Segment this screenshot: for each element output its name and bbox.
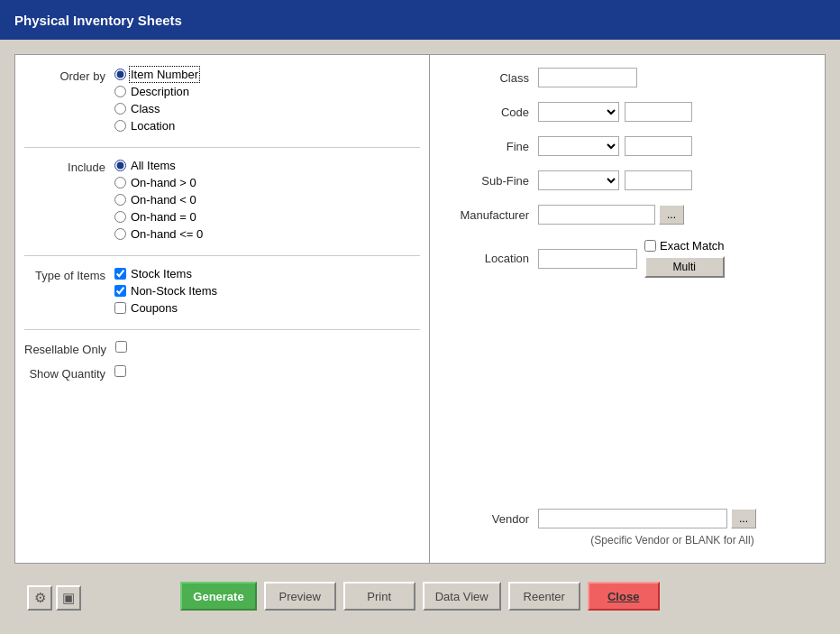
order-by-section: Order by Item Number Description bbox=[24, 68, 420, 148]
preview-button[interactable]: Preview bbox=[264, 582, 336, 611]
cb-coupons-input[interactable] bbox=[114, 302, 126, 314]
sub-fine-label: Sub-Fine bbox=[448, 174, 538, 188]
radio-location-label: Location bbox=[131, 119, 175, 133]
print-button[interactable]: Print bbox=[343, 582, 415, 611]
order-by-group: Item Number Description Class bbox=[114, 68, 198, 133]
cb-resellable-only-input[interactable] bbox=[115, 341, 127, 353]
code-label: Code bbox=[448, 106, 538, 119]
radio-onhand-lte0-label: On-hand <= 0 bbox=[131, 227, 203, 241]
main-panel: Order by Item Number Description bbox=[14, 54, 826, 564]
content-area: Order by Item Number Description bbox=[0, 40, 840, 634]
vendor-label: Vendor bbox=[448, 512, 538, 526]
cb-nonstock-items[interactable]: Non-Stock Items bbox=[114, 284, 217, 298]
vendor-browse-button[interactable]: ... bbox=[731, 509, 756, 528]
radio-onhand-gt0-label: On-hand > 0 bbox=[131, 176, 196, 189]
left-panel: Order by Item Number Description bbox=[15, 55, 430, 563]
multi-button[interactable]: Multi bbox=[644, 256, 725, 278]
cb-stock-items[interactable]: Stock Items bbox=[114, 267, 217, 280]
manufacturer-input[interactable] bbox=[538, 205, 655, 225]
show-quantity-row: Show Quantity bbox=[24, 365, 420, 381]
generate-button[interactable]: Generate bbox=[180, 582, 256, 611]
type-of-items-section: Type of Items Stock Items Non-Stock Item… bbox=[24, 267, 420, 330]
icon-buttons: ⚙ ▣ bbox=[27, 585, 81, 611]
radio-class[interactable]: Class bbox=[114, 102, 198, 115]
spacer bbox=[448, 292, 807, 500]
radio-item-number-input[interactable] bbox=[114, 69, 126, 80]
cb-nonstock-items-input[interactable] bbox=[114, 285, 126, 297]
radio-all-items[interactable]: All Items bbox=[114, 159, 203, 172]
main-window: Physical Inventory Sheets Order by Item … bbox=[0, 0, 840, 634]
resellable-only-row: Resellable Only bbox=[24, 341, 420, 356]
location-label: Location bbox=[448, 252, 538, 265]
vendor-row: Vendor ... bbox=[448, 509, 807, 528]
layout-button[interactable]: ▣ bbox=[56, 585, 81, 611]
exact-match-checkbox[interactable] bbox=[644, 240, 656, 252]
radio-description-input[interactable] bbox=[114, 86, 126, 97]
order-by-label: Order by bbox=[24, 68, 114, 83]
radio-item-number-label: Item Number bbox=[131, 68, 198, 81]
title-bar: Physical Inventory Sheets bbox=[0, 0, 840, 40]
radio-all-items-input[interactable] bbox=[114, 160, 126, 171]
radio-location[interactable]: Location bbox=[114, 119, 198, 133]
include-section: Include All Items On-hand > 0 bbox=[24, 159, 420, 256]
resellable-only-label: Resellable Only bbox=[24, 341, 115, 356]
show-quantity-label: Show Quantity bbox=[24, 365, 114, 381]
cb-coupons-label: Coupons bbox=[131, 301, 178, 315]
radio-onhand-lte0[interactable]: On-hand <= 0 bbox=[114, 227, 203, 241]
radio-onhand-lt0-label: On-hand < 0 bbox=[131, 193, 196, 207]
manufacturer-label: Manufacturer bbox=[448, 208, 538, 222]
radio-class-label: Class bbox=[131, 102, 160, 115]
class-label: Class bbox=[448, 71, 538, 85]
fine-dropdown[interactable] bbox=[538, 136, 619, 156]
exact-match-label: Exact Match bbox=[660, 239, 725, 253]
radio-description[interactable]: Description bbox=[114, 85, 198, 98]
close-button[interactable]: Close bbox=[588, 582, 660, 611]
radio-onhand-gt0-input[interactable] bbox=[114, 177, 126, 188]
fine-row: Fine bbox=[448, 136, 807, 156]
class-row: Class bbox=[448, 68, 807, 87]
radio-onhand-gt0[interactable]: On-hand > 0 bbox=[114, 176, 203, 189]
exact-match-row[interactable]: Exact Match bbox=[644, 239, 725, 253]
cb-show-quantity-input[interactable] bbox=[114, 365, 126, 377]
radio-item-number[interactable]: Item Number bbox=[114, 68, 198, 81]
cb-show-quantity[interactable] bbox=[114, 365, 126, 377]
radio-location-input[interactable] bbox=[114, 120, 126, 132]
include-group: All Items On-hand > 0 On-hand < 0 bbox=[114, 159, 203, 241]
manufacturer-browse-button[interactable]: ... bbox=[659, 205, 684, 225]
reenter-button[interactable]: Reenter bbox=[508, 582, 580, 611]
radio-onhand-lt0[interactable]: On-hand < 0 bbox=[114, 193, 203, 207]
code-dropdown[interactable] bbox=[538, 102, 619, 122]
fine-label: Fine bbox=[448, 140, 538, 153]
vendor-input[interactable] bbox=[538, 509, 727, 528]
code-text-input[interactable] bbox=[625, 102, 692, 122]
include-row: Include All Items On-hand > 0 bbox=[24, 159, 420, 241]
cb-coupons[interactable]: Coupons bbox=[114, 301, 217, 315]
radio-class-input[interactable] bbox=[114, 103, 126, 115]
location-controls: Exact Match Multi bbox=[644, 239, 725, 278]
include-label: Include bbox=[24, 159, 114, 174]
cb-stock-items-input[interactable] bbox=[114, 268, 126, 280]
gear-icon: ⚙ bbox=[34, 590, 46, 606]
cb-nonstock-items-label: Non-Stock Items bbox=[131, 284, 217, 298]
radio-onhand-eq0[interactable]: On-hand = 0 bbox=[114, 210, 203, 224]
cb-resellable-only[interactable] bbox=[115, 341, 127, 353]
radio-onhand-lt0-input[interactable] bbox=[114, 194, 126, 206]
radio-onhand-lte0-input[interactable] bbox=[114, 228, 126, 240]
gear-button[interactable]: ⚙ bbox=[27, 585, 52, 611]
sub-fine-dropdown[interactable] bbox=[538, 170, 619, 190]
location-input[interactable] bbox=[538, 249, 637, 269]
window-title: Physical Inventory Sheets bbox=[14, 13, 182, 28]
fine-text-input[interactable] bbox=[625, 136, 692, 156]
type-of-items-label: Type of Items bbox=[24, 267, 114, 282]
sub-fine-row: Sub-Fine bbox=[448, 170, 807, 190]
class-input[interactable] bbox=[538, 68, 637, 87]
bottom-bar: ⚙ ▣ Generate Preview Print Data View Ree… bbox=[14, 573, 826, 620]
data-view-button[interactable]: Data View bbox=[423, 582, 501, 611]
radio-all-items-label: All Items bbox=[131, 159, 176, 172]
radio-onhand-eq0-input[interactable] bbox=[114, 211, 126, 223]
radio-description-label: Description bbox=[131, 85, 189, 98]
type-of-items-group: Stock Items Non-Stock Items Coupons bbox=[114, 267, 217, 315]
sub-fine-text-input[interactable] bbox=[625, 170, 692, 190]
type-of-items-row: Type of Items Stock Items Non-Stock Item… bbox=[24, 267, 420, 315]
code-row: Code bbox=[448, 102, 807, 122]
